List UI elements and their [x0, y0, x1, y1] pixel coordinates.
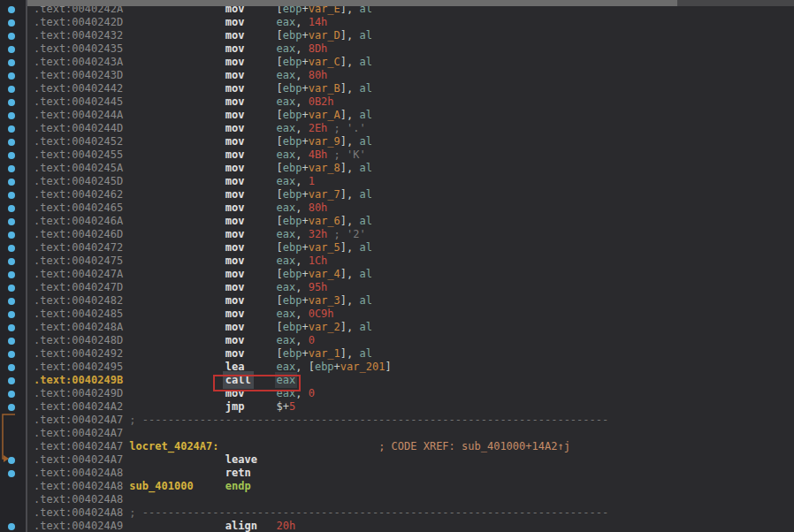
jump-arrow-head	[4, 455, 9, 462]
highlight-red-box	[213, 375, 301, 391]
jump-arrow	[0, 0, 794, 532]
ida-disassembly-view: .text:0040242Amov[ebp+var_E], al.text:00…	[0, 0, 794, 532]
